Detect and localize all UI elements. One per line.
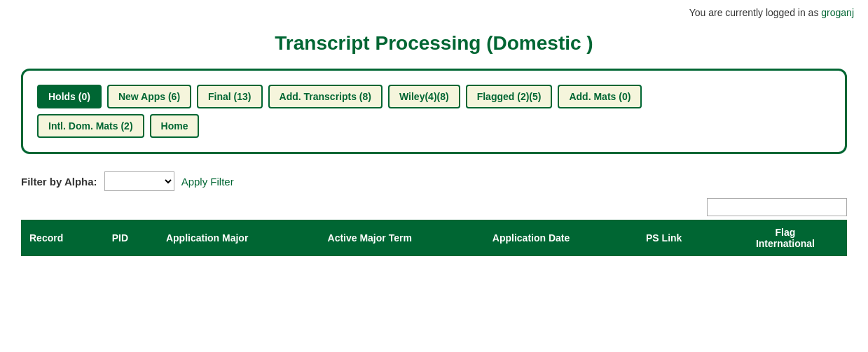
filter-section: Filter by Alpha: A B C D E F G H I J K L…	[21, 171, 847, 191]
table-header: Record PID Application Major Active Majo…	[21, 220, 847, 256]
table-header-row: Record PID Application Major Active Majo…	[21, 220, 847, 256]
page-title: Transcript Processing (Domestic )	[0, 32, 868, 55]
tab-1[interactable]: New Apps (6)	[107, 85, 191, 108]
tabs-row-2: Intl. Dom. Mats (2)Home	[37, 114, 831, 138]
col-pid: PID	[104, 220, 158, 256]
username: groganj	[821, 7, 854, 18]
tabs-container: Holds (0)New Apps (6)Final (13)Add. Tran…	[21, 69, 847, 154]
tab-row2-1[interactable]: Home	[150, 114, 200, 138]
tab-6[interactable]: Add. Mats (0)	[558, 85, 642, 108]
tab-3[interactable]: Add. Transcripts (8)	[268, 85, 383, 108]
tab-0[interactable]: Holds (0)	[37, 85, 102, 108]
tabs-row-1: Holds (0)New Apps (6)Final (13)Add. Tran…	[37, 85, 831, 108]
col-app-date: Application Date	[484, 220, 638, 256]
search-bar-row	[21, 198, 847, 216]
col-app-major: Application Major	[158, 220, 319, 256]
table-container: Record PID Application Major Active Majo…	[21, 220, 847, 256]
col-ps-link: PS Link	[638, 220, 724, 256]
tab-2[interactable]: Final (13)	[197, 85, 262, 108]
alpha-filter-select[interactable]: A B C D E F G H I J K L M N O P Q R S T …	[104, 171, 174, 191]
tab-4[interactable]: Wiley(4)(8)	[388, 85, 460, 108]
search-input[interactable]	[707, 198, 847, 216]
filter-label: Filter by Alpha:	[21, 176, 97, 188]
apply-filter-button[interactable]: Apply Filter	[181, 176, 234, 188]
tab-row2-0[interactable]: Intl. Dom. Mats (2)	[37, 114, 144, 138]
col-record: Record	[21, 220, 104, 256]
tab-5[interactable]: Flagged (2)(5)	[466, 85, 553, 108]
data-table: Record PID Application Major Active Majo…	[21, 220, 847, 256]
col-flag-intl: FlagInternational	[724, 220, 847, 256]
top-bar: You are currently logged in as groganj	[0, 0, 868, 22]
login-text: You are currently logged in as	[689, 7, 822, 18]
col-active-major-term: Active Major Term	[319, 220, 484, 256]
